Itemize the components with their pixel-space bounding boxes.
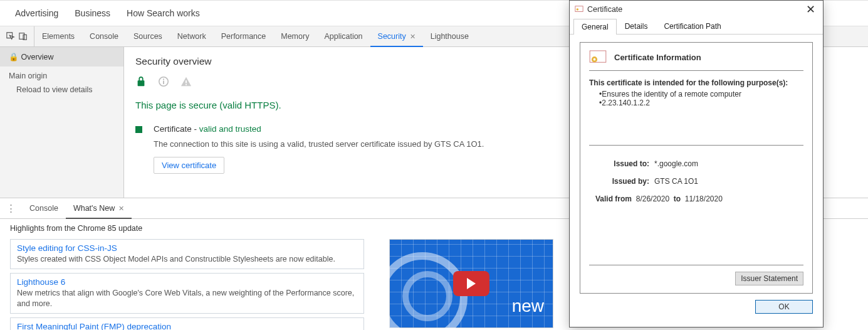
status-indicator	[135, 126, 142, 133]
svg-point-8	[577, 8, 579, 11]
certificate-icon	[589, 50, 607, 64]
tab-elements[interactable]: Elements	[34, 26, 82, 46]
tab-performance[interactable]: Performance	[214, 26, 274, 46]
issuer-statement-button[interactable]: Issuer Statement	[735, 272, 803, 285]
whats-new-video[interactable]: new	[389, 239, 553, 328]
whats-new-card[interactable]: First Meaningful Paint (FMP) deprecation	[10, 317, 364, 330]
warning-icon	[180, 76, 192, 87]
whats-new-card[interactable]: Lighthouse 6 New metrics that align with…	[10, 273, 364, 314]
certificate-purpose-list: Ensures the identity of a remote compute…	[589, 87, 803, 107]
lock-icon: 🔒	[9, 53, 19, 61]
close-icon[interactable]: ✕	[118, 205, 124, 213]
tab-memory[interactable]: Memory	[273, 26, 316, 46]
certificate-purpose-heading: This certificate is intended for the fol…	[589, 78, 803, 87]
card-title: First Meaningful Paint (FMP) deprecation	[17, 322, 357, 330]
svg-rect-4	[163, 81, 164, 84]
nav-link[interactable]: Business	[75, 8, 110, 18]
valid-from-row: Valid from 8/26/2020 to 11/18/2020	[589, 194, 803, 203]
kebab-icon[interactable]: ⋮	[0, 203, 22, 214]
nav-link[interactable]: Advertising	[15, 8, 58, 18]
svg-rect-7	[575, 6, 583, 12]
cert-tab-path[interactable]: Certification Path	[656, 18, 729, 34]
tab-security[interactable]: Security✕	[370, 26, 423, 46]
issued-by-value: GTS CA 1O1	[654, 177, 698, 186]
sidebar-item-reload[interactable]: Reload to view details	[0, 83, 123, 97]
drawer-tab-whats-new[interactable]: What's New✕	[66, 198, 132, 218]
certificate-dialog: Certificate ✕ General Details Certificat…	[569, 0, 824, 327]
dialog-titlebar: Certificate ✕	[570, 1, 823, 18]
sidebar-heading-main-origin: Main origin	[0, 67, 123, 83]
svg-point-11	[593, 58, 596, 61]
cert-tab-details[interactable]: Details	[617, 18, 656, 34]
dialog-title: Certificate	[587, 5, 622, 14]
certificate-icon	[575, 5, 583, 14]
issued-to-value: *.google.com	[654, 159, 698, 168]
certificate-info-box: Certificate Information This certificate…	[580, 42, 813, 294]
svg-point-3	[163, 78, 164, 80]
view-certificate-button[interactable]: View certificate	[154, 157, 224, 174]
certificate-dialog-tabs: General Details Certification Path	[570, 18, 823, 35]
close-icon[interactable]: ✕	[803, 4, 818, 15]
list-item: Ensures the identity of a remote compute…	[599, 90, 803, 98]
tab-console[interactable]: Console	[82, 26, 126, 46]
certificate-description: The connection to this site is using a v…	[154, 139, 484, 151]
card-title: Style editing for CSS-in-JS	[17, 243, 357, 253]
close-icon[interactable]: ✕	[410, 33, 416, 41]
devtools-toggle-group	[0, 26, 34, 46]
device-toolbar-icon[interactable]	[19, 32, 28, 41]
card-desc: Styles created with CSS Object Model API…	[17, 254, 357, 265]
tab-sources[interactable]: Sources	[126, 26, 170, 46]
video-overlay-text: new	[512, 296, 544, 316]
drawer-tab-console[interactable]: Console	[22, 198, 66, 218]
inspect-icon[interactable]	[6, 32, 15, 41]
whats-new-cards: Style editing for CSS-in-JS Styles creat…	[10, 239, 364, 330]
nav-link[interactable]: How Search works	[127, 8, 200, 18]
issued-to-label: Issued to:	[589, 159, 654, 168]
info-icon	[158, 76, 169, 87]
list-item: 2.23.140.1.2.2	[599, 98, 803, 107]
certificate-details: Issued to: *.google.com Issued by: GTS C…	[589, 145, 803, 212]
cert-tab-general[interactable]: General	[573, 19, 617, 35]
security-sidebar: 🔒 Overview Main origin Reload to view de…	[0, 47, 124, 198]
tab-application[interactable]: Application	[316, 26, 370, 46]
ok-button[interactable]: OK	[755, 300, 813, 314]
sidebar-item-overview[interactable]: 🔒 Overview	[0, 47, 123, 67]
svg-rect-5	[186, 80, 187, 83]
whats-new-card[interactable]: Style editing for CSS-in-JS Styles creat…	[10, 239, 364, 269]
play-icon[interactable]	[453, 271, 489, 296]
tab-network[interactable]: Network	[170, 26, 214, 46]
certificate-info-header: Certificate Information	[614, 53, 701, 62]
card-title: Lighthouse 6	[17, 277, 357, 287]
svg-rect-6	[186, 84, 187, 85]
issued-by-label: Issued by:	[589, 177, 654, 186]
certificate-title: Certificate - valid and trusted	[154, 124, 484, 134]
tab-lighthouse[interactable]: Lighthouse	[423, 26, 476, 46]
devtools-tab-list: Elements Console Sources Network Perform…	[34, 26, 476, 46]
lock-icon	[135, 76, 147, 87]
card-desc: New metrics that align with Google's Cor…	[17, 288, 357, 309]
